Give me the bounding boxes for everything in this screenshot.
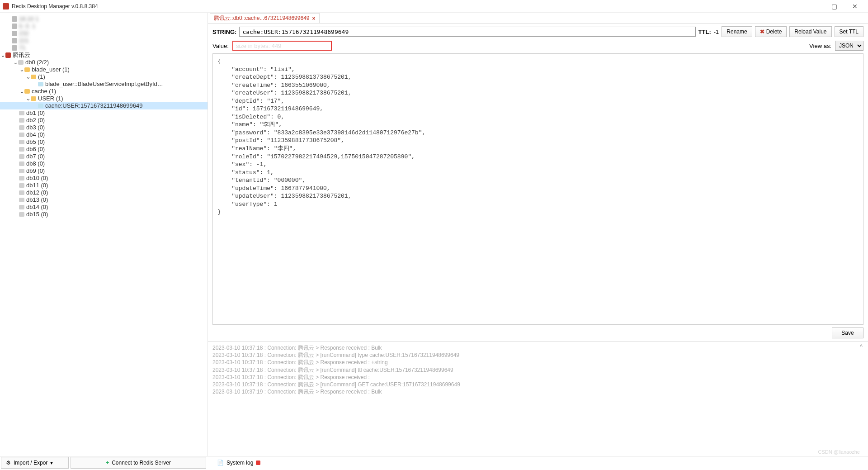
folder-item[interactable]: ⌄(1) [0, 73, 208, 81]
db-item[interactable]: db5 (0) [0, 138, 208, 146]
rename-button[interactable]: Rename [722, 26, 752, 37]
db-item[interactable]: ⌄db0 (2/2) [0, 59, 208, 66]
tab-bar: 腾讯云::db0::cache...673211948699649 × [208, 13, 868, 24]
server-item[interactable]: 221 [0, 37, 208, 44]
plus-icon: + [106, 460, 109, 466]
value-label: Value: [212, 43, 229, 49]
viewas-select[interactable]: JSON [835, 41, 863, 51]
ttl-label: TTL: [698, 28, 711, 35]
connect-button[interactable]: + Connect to Redis Server [71, 457, 206, 469]
connection-tree[interactable]: 18.10 1 0. 0. 1 232 221 71 ⌄腾讯云 ⌄db0 (2/… [0, 13, 208, 456]
key-name-input[interactable] [239, 27, 695, 37]
settings-icon: ⚙ [6, 460, 11, 466]
system-log-button[interactable]: 📄 System log [212, 457, 265, 469]
watermark: CSDN @lianaozhe [818, 449, 860, 455]
folder-blade-user[interactable]: ⌄blade_user (1) [0, 66, 208, 73]
scroll-up-icon[interactable]: ^ [857, 343, 865, 350]
title-bar: Redis Desktop Manager v.0.8.8.384 — ▢ ✕ [0, 0, 868, 13]
size-highlight-box: size in bytes: 449 [232, 41, 332, 51]
db-item[interactable]: db6 (0) [0, 146, 208, 153]
server-item[interactable]: 71 [0, 44, 208, 52]
log-line: 2023-03-10 10:37:18 : Connection: 腾讯云 > … [212, 366, 863, 374]
window-title: Redis Desktop Manager v.0.8.8.384 [12, 3, 98, 9]
tab-title: 腾讯云::db0::cache...673211948699649 [214, 14, 310, 22]
save-button[interactable]: Save [832, 328, 863, 338]
db-item[interactable]: db1 (0) [0, 109, 208, 117]
window-minimize-button[interactable]: — [803, 3, 824, 10]
notification-dot-icon [256, 461, 260, 465]
server-item[interactable]: 18.10 1 [0, 15, 208, 23]
folder-cache[interactable]: ⌄cache (1) [0, 88, 208, 95]
app-icon [3, 3, 9, 9]
server-item[interactable]: 0. 0. 1 [0, 23, 208, 30]
tab-close-icon[interactable]: × [312, 15, 316, 22]
delete-button[interactable]: ✖Delete [755, 26, 787, 37]
db-item[interactable]: db14 (0) [0, 204, 208, 211]
db-item[interactable]: db13 (0) [0, 196, 208, 204]
server-item[interactable]: 232 [0, 30, 208, 37]
db-item[interactable]: db10 (0) [0, 175, 208, 182]
db-item[interactable]: db8 (0) [0, 160, 208, 167]
folder-user[interactable]: ⌄USER (1) [0, 95, 208, 102]
db-item[interactable]: db9 (0) [0, 167, 208, 175]
log-line: 2023-03-10 10:37:18 : Connection: 腾讯云 > … [212, 351, 863, 359]
value-row: Value: size in bytes: 449 View as: JSON [208, 40, 868, 52]
key-header: STRING: TTL: -1 Rename ✖Delete Reload Va… [208, 24, 868, 40]
window-maximize-button[interactable]: ▢ [824, 3, 844, 10]
db-item[interactable]: db11 (0) [0, 182, 208, 189]
log-panel[interactable]: ^ 2023-03-10 10:37:18 : Connection: 腾讯云 … [208, 341, 868, 400]
log-line: 2023-03-10 10:37:18 : Connection: 腾讯云 > … [212, 381, 863, 388]
key-type-label: STRING: [212, 28, 236, 35]
db-item[interactable]: db2 (0) [0, 117, 208, 124]
log-icon: 📄 [217, 460, 224, 466]
chevron-down-icon: ▾ [50, 460, 53, 466]
bottom-toolbar: ⚙ Import / Expor ▾ + Connect to Redis Se… [0, 456, 868, 469]
db-item[interactable]: db3 (0) [0, 124, 208, 131]
db-item[interactable]: db7 (0) [0, 153, 208, 160]
tab-key[interactable]: 腾讯云::db0::cache...673211948699649 × [210, 13, 320, 23]
set-ttl-button[interactable]: Set TTL [835, 26, 863, 37]
reload-value-button[interactable]: Reload Value [789, 26, 831, 37]
value-viewer[interactable]: { "account": "lisi", "createDept": 11235… [212, 53, 863, 325]
key-item-selected[interactable]: cache:USER:1571673211948699649 [0, 102, 208, 109]
window-close-button[interactable]: ✕ [844, 3, 865, 10]
viewas-label: View as: [809, 43, 831, 49]
key-item[interactable]: blade_user::BladeUserServiceImpl.getById… [0, 81, 208, 88]
log-line: 2023-03-10 10:37:19 : Connection: 腾讯云 > … [212, 388, 863, 395]
ttl-value: -1 [714, 28, 719, 35]
db-item[interactable]: db12 (0) [0, 189, 208, 196]
db-item[interactable]: db4 (0) [0, 131, 208, 138]
size-placeholder: size in bytes: 449 [236, 43, 281, 49]
log-line: 2023-03-10 10:37:18 : Connection: 腾讯云 > … [212, 374, 863, 381]
server-item-tencent[interactable]: ⌄腾讯云 [0, 52, 208, 59]
delete-x-icon: ✖ [760, 28, 764, 35]
log-line: 2023-03-10 10:37:18 : Connection: 腾讯云 > … [212, 344, 863, 351]
import-export-button[interactable]: ⚙ Import / Expor ▾ [1, 457, 69, 469]
log-line: 2023-03-10 10:37:18 : Connection: 腾讯云 > … [212, 359, 863, 366]
db-item[interactable]: db15 (0) [0, 211, 208, 218]
